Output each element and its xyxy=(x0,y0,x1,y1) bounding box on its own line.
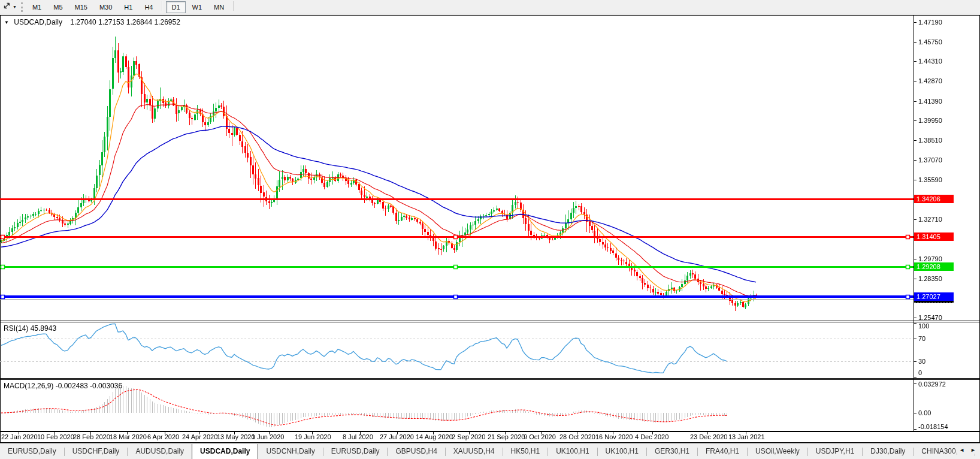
y-axis-tick-label: 1.41390 xyxy=(918,98,942,105)
chart-tab-usoil-weekly[interactable]: USOil,Weekly xyxy=(748,444,807,459)
timeframe-toolbar: ▼ M1M5M15M30H1H4D1W1MN xyxy=(0,0,980,14)
tab-scroll-left-icon[interactable]: ◄ xyxy=(959,447,964,453)
application-window: ▼ M1M5M15M30H1H4D1W1MN ▼ USDCAD,Daily 1.… xyxy=(0,0,980,459)
chart-tab-xauusd-h4[interactable]: XAUUSD,H4 xyxy=(446,444,503,459)
chart-tab-eurusd-daily[interactable]: EURUSD,Daily xyxy=(323,444,388,459)
x-axis-date-label: 8 Jul 2020 xyxy=(343,433,373,440)
x-axis-date-label: 19 Jun 2020 xyxy=(295,433,331,440)
chart-tab-usdcnh-daily[interactable]: USDCNH,Daily xyxy=(258,444,322,459)
x-axis-date-label: 9 Oct 2020 xyxy=(524,433,556,440)
x-axis-date-label: 24 Apr 2020 xyxy=(182,433,217,440)
x-axis-date-label: 28 Feb 2020 xyxy=(73,433,110,440)
timeframe-button-m30[interactable]: M30 xyxy=(94,1,117,13)
y-axis-tick-label: 1.25470 xyxy=(918,314,942,322)
y-axis-tick-label: 1.37070 xyxy=(918,156,942,164)
chart-tab-uk100-h1[interactable]: UK100,H1 xyxy=(548,444,597,459)
chart-tab-usdcad-daily[interactable]: USDCAD,Daily xyxy=(192,443,258,459)
macd-indicator-label: MACD(12,26,9) -0.002483 -0.003036 xyxy=(4,382,122,390)
chart-tab-fra40-h1[interactable]: FRA40,H1 xyxy=(698,444,747,459)
chart-tool-button[interactable]: ▼ xyxy=(2,1,19,13)
chart-tool-icon xyxy=(2,1,11,13)
y-axis-tick-label: 1.35590 xyxy=(918,176,942,184)
rsi-level-label: 30 xyxy=(918,358,925,366)
x-axis-date-label: 6 Apr 2020 xyxy=(147,433,179,440)
hline-price-label[interactable]: 1.29208 xyxy=(914,262,954,271)
y-axis-tick-label: 1.39950 xyxy=(918,117,942,125)
y-axis-tick-label: 1.45750 xyxy=(918,38,942,46)
timeframe-button-d1[interactable]: D1 xyxy=(166,1,185,13)
macd-axis-label: 0.00 xyxy=(918,409,931,417)
chart-tab-uk100-h1[interactable]: UK100,H1 xyxy=(598,444,646,459)
x-axis-date-label: 13 May 2020 xyxy=(217,433,255,440)
x-axis-date-label: 16 Nov 2020 xyxy=(595,433,633,440)
hline-price-label[interactable]: 1.27027 xyxy=(914,292,954,301)
x-axis-date-label: 14 Aug 2020 xyxy=(416,433,453,440)
y-axis-tick-label: 1.32710 xyxy=(918,216,942,224)
chart-tab-usdchf-daily[interactable]: USDCHF,Daily xyxy=(65,444,128,459)
macd-axis-label: 0.032972 xyxy=(918,381,946,388)
toolbar-separator xyxy=(162,1,162,11)
y-axis-tick-label: 1.38510 xyxy=(918,137,942,144)
rsi-indicator-label: RSI(14) 45.8943 xyxy=(4,324,56,333)
x-axis-date-label: 22 Jan 2020 xyxy=(1,433,38,440)
x-axis-date-label: 1 Jun 2020 xyxy=(252,433,284,440)
chart-title: ▼ USDCAD,Daily 1.27040 1.27153 1.26844 1… xyxy=(4,18,180,26)
chart-tab-bar: EURUSD,DailyUSDCHF,DailyAUDUSD,DailyUSDC… xyxy=(0,443,980,459)
chart-ohlc-values: 1.27040 1.27153 1.26844 1.26952 xyxy=(70,18,180,26)
timeframe-buttons: M1M5M15M30H1H4D1W1MN xyxy=(26,1,237,13)
chart-tab-usdjpy-h1[interactable]: USDJPY,H1 xyxy=(808,444,862,459)
x-axis-date-label: 13 Jan 2021 xyxy=(728,433,765,440)
chart-tab-dj30-daily[interactable]: DJ30,Daily xyxy=(863,444,913,459)
timeframe-button-m15[interactable]: M15 xyxy=(69,1,93,13)
price-chart-canvas[interactable] xyxy=(0,0,980,459)
x-axis-date-label: 2 Sep 2020 xyxy=(452,433,485,440)
toolbar-separator xyxy=(233,1,234,11)
tab-scroll-buttons: ◄ ► xyxy=(957,446,978,454)
x-axis-date-label: 4 Dec 2020 xyxy=(635,433,669,440)
toolbar-grip-handle[interactable] xyxy=(21,2,23,12)
x-axis-date-label: 23 Dec 2020 xyxy=(690,433,727,440)
chart-tab-hk50-h1[interactable]: HK50,H1 xyxy=(503,444,548,459)
rsi-level-label: 70 xyxy=(918,335,925,343)
timeframe-button-h1[interactable]: H1 xyxy=(119,1,138,13)
y-axis-tick-label: 1.28350 xyxy=(918,275,942,283)
chart-tab-gbpusd-h4[interactable]: GBPUSD,H4 xyxy=(388,444,444,459)
chart-title-caret-icon[interactable]: ▼ xyxy=(4,20,9,25)
y-axis-tick-label: 1.29790 xyxy=(918,255,942,263)
x-axis-date-label: 27 Jul 2020 xyxy=(380,433,414,440)
chart-tab-ger30-h1[interactable]: GER30,H1 xyxy=(647,444,697,459)
rsi-level-label: 0 xyxy=(918,369,922,377)
macd-axis-label: -0.018154 xyxy=(918,423,948,431)
y-axis-tick-label: 1.47190 xyxy=(918,19,942,26)
chart-tool-caret-icon[interactable]: ▼ xyxy=(13,5,17,9)
chart-tab-eurusd-daily[interactable]: EURUSD,Daily xyxy=(0,444,64,459)
y-axis-tick-label: 1.44310 xyxy=(918,58,942,65)
timeframe-button-m1[interactable]: M1 xyxy=(27,1,47,13)
hline-price-label[interactable]: 1.34206 xyxy=(914,195,954,203)
y-axis-tick-label: 1.42870 xyxy=(918,77,942,85)
x-axis-date-label: 10 Feb 2020 xyxy=(37,433,74,440)
timeframe-button-m5[interactable]: M5 xyxy=(48,1,68,13)
timeframe-button-mn[interactable]: MN xyxy=(208,1,229,13)
timeframe-button-w1[interactable]: W1 xyxy=(187,1,208,13)
x-axis-date-label: 28 Oct 2020 xyxy=(559,433,595,440)
tab-scroll-right-icon[interactable]: ► xyxy=(970,447,976,453)
hline-price-label[interactable]: 1.31405 xyxy=(914,232,954,241)
x-axis-date-label: 21 Sep 2020 xyxy=(488,433,525,440)
x-axis-date-label: 18 Mar 2020 xyxy=(110,433,147,440)
chart-symbol-label: USDCAD,Daily xyxy=(14,18,62,26)
timeframe-button-h4[interactable]: H4 xyxy=(139,1,158,13)
chart-tab-audusd-daily[interactable]: AUDUSD,Daily xyxy=(128,444,192,459)
rsi-level-label: 100 xyxy=(918,322,929,330)
